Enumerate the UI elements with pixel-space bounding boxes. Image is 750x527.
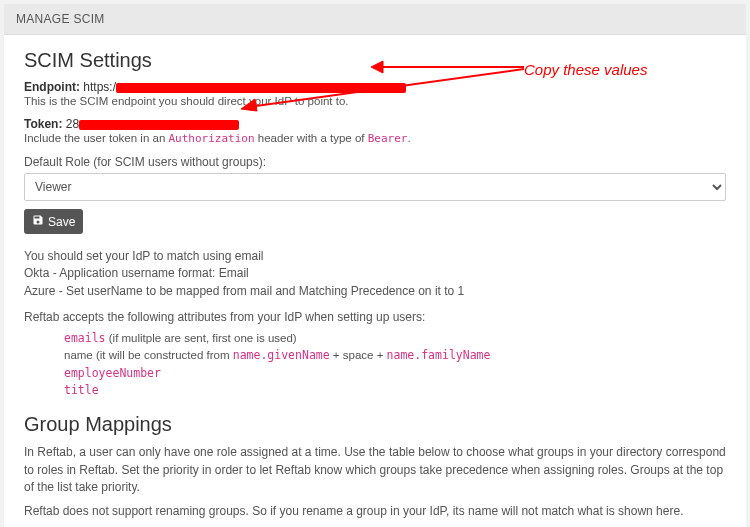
attr-name-c1: name.givenName [233, 348, 330, 362]
attrs-list: emails (if mulitple are sent, first one … [64, 330, 726, 399]
token-redacted [79, 120, 239, 130]
token-hint-pre: Include the user token in an [24, 132, 169, 144]
idp-info-line3: Azure - Set userName to be mapped from m… [24, 283, 726, 300]
attrs-intro: Reftab accepts the following attributes … [24, 310, 726, 324]
svg-marker-3 [241, 99, 257, 111]
idp-info: You should set your IdP to match using e… [24, 248, 726, 300]
group-rename-note: Reftab does not support renaming groups.… [24, 504, 726, 518]
attrs-block: Reftab accepts the following attributes … [24, 310, 726, 399]
token-hint-mid: header with a type of [255, 132, 368, 144]
attr-name-mid: + space + [330, 349, 387, 361]
token-line: Token: 28 [24, 117, 726, 131]
token-hint-code2: Bearer [368, 132, 408, 145]
token-hint-code1: Authorization [169, 132, 255, 145]
attr-employee-code: employeeNumber [64, 366, 161, 380]
svg-line-2 [249, 69, 524, 107]
attr-name-c2: name.familyName [387, 348, 491, 362]
attr-name-pre: name (it will be constructed from [64, 349, 233, 361]
group-mappings-desc: In Reftab, a user can only have one role… [24, 444, 726, 496]
annotation-text: Copy these values [524, 61, 647, 78]
attr-emails: emails (if mulitple are sent, first one … [64, 330, 726, 347]
save-icon [32, 214, 44, 229]
attr-employee: employeeNumber [64, 365, 726, 382]
idp-info-line2: Okta - Application username format: Emai… [24, 265, 726, 282]
panel-body: SCIM Settings Endpoint: https:/ This is … [4, 35, 746, 527]
attr-title-code: title [64, 383, 99, 397]
token-hint: Include the user token in an Authorizati… [24, 132, 726, 145]
group-mappings-heading: Group Mappings [24, 413, 726, 436]
attr-name: name (it will be constructed from name.g… [64, 347, 726, 364]
attr-emails-code: emails [64, 331, 106, 345]
arrow-icon-token [239, 67, 529, 112]
manage-scim-panel: MANAGE SCIM SCIM Settings Endpoint: http… [4, 4, 746, 527]
save-button[interactable]: Save [24, 209, 83, 234]
token-value-prefix: 28 [66, 117, 79, 131]
endpoint-value-prefix: https:/ [83, 80, 116, 94]
token-label: Token: [24, 117, 62, 131]
save-button-label: Save [48, 215, 75, 229]
default-role-select[interactable]: Viewer [24, 173, 726, 201]
idp-info-line1: You should set your IdP to match using e… [24, 248, 726, 265]
attr-emails-rest: (if mulitple are sent, first one is used… [106, 332, 297, 344]
default-role-label: Default Role (for SCIM users without gro… [24, 155, 726, 169]
endpoint-label: Endpoint: [24, 80, 80, 94]
attr-title: title [64, 382, 726, 399]
panel-title: MANAGE SCIM [4, 4, 746, 35]
